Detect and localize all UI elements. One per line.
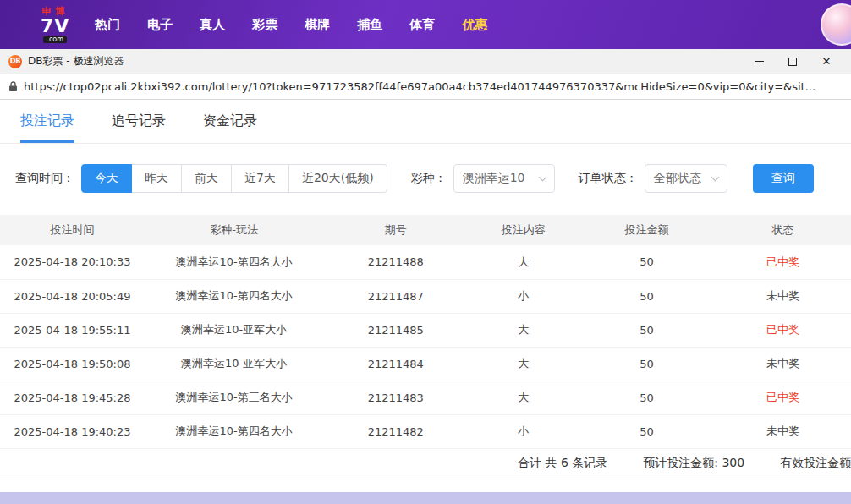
- cell-game: 澳洲幸运10-第四名大小: [145, 279, 323, 313]
- nav-item[interactable]: 彩票: [252, 17, 277, 33]
- column-header: 彩种-玩法: [145, 215, 323, 245]
- cell-time: 2025-04-18 19:55:11: [0, 313, 145, 347]
- table-row: 2025-04-18 19:45:28澳洲幸运10-第三名大小21211483大…: [0, 381, 851, 414]
- maximize-button[interactable]: [782, 52, 804, 71]
- cell-time: 2025-04-18 19:50:08: [0, 347, 145, 381]
- nav-item[interactable]: 电子: [147, 17, 173, 33]
- cell-game: 澳洲幸运10-亚军大小: [145, 313, 323, 347]
- main-nav: 热门电子真人彩票棋牌捕鱼体育优惠: [95, 17, 487, 33]
- main-content: 投注记录追号记录资金记录 查询时间： 今天昨天前天近7天近20天(低频) 彩种：…: [0, 100, 851, 492]
- app-icon: DB: [8, 55, 22, 68]
- nav-item[interactable]: 捕鱼: [357, 17, 382, 33]
- content-spacer: [0, 479, 851, 493]
- table-body: 2025-04-18 20:10:33澳洲幸运10-第四名大小21211488大…: [0, 245, 851, 448]
- tab[interactable]: 投注记录: [20, 100, 74, 143]
- lottery-select[interactable]: 澳洲幸运10: [453, 164, 555, 193]
- nav-item[interactable]: 体育: [409, 17, 435, 33]
- table-row: 2025-04-18 19:55:11澳洲幸运10-亚军大小21211485大5…: [0, 313, 851, 347]
- cell-game: 澳洲幸运10-亚军大小: [145, 347, 323, 381]
- time-filter-button[interactable]: 近7天: [231, 164, 289, 193]
- browser-titlebar: DB DB彩票 - 极速浏览器 ✕: [0, 49, 851, 74]
- window-controls: ✕: [748, 52, 843, 71]
- cell-status: 已中奖: [715, 313, 851, 347]
- column-header: 投注时间: [0, 215, 145, 245]
- logo-com-text: .com: [43, 36, 67, 43]
- summary-expected: 预计投注金额: 300: [643, 456, 744, 471]
- maximize-icon: [788, 58, 797, 66]
- cell-game: 澳洲幸运10-第四名大小: [145, 414, 323, 448]
- table-header-row: 投注时间彩种-玩法期号投注内容投注金额状态: [0, 215, 851, 245]
- chevron-down-icon: [538, 173, 546, 181]
- cell-amount: 50: [579, 347, 715, 381]
- cell-issue: 21211488: [323, 245, 468, 279]
- time-filter-label: 查询时间：: [15, 171, 74, 186]
- cell-amount: 50: [579, 414, 715, 448]
- cell-time: 2025-04-18 19:40:23: [0, 414, 145, 448]
- cell-amount: 50: [579, 381, 715, 414]
- cell-status: 已中奖: [715, 381, 851, 414]
- site-logo[interactable]: 申博 7V .com: [41, 7, 69, 43]
- cell-issue: 21211484: [323, 347, 468, 381]
- minimize-button[interactable]: [748, 52, 770, 71]
- column-header: 状态: [715, 215, 851, 245]
- status-select[interactable]: 全部状态: [645, 164, 727, 193]
- cell-amount: 50: [579, 313, 715, 347]
- cell-amount: 50: [579, 279, 715, 313]
- url-text[interactable]: https://ctop02pcali.2kbxi392.com/lottery…: [24, 80, 815, 93]
- cell-content: 小: [468, 279, 579, 313]
- cell-issue: 21211483: [323, 381, 468, 414]
- status-filter-label: 订单状态：: [579, 171, 638, 186]
- user-avatar[interactable]: [821, 3, 851, 46]
- table-row: 2025-04-18 19:50:08澳洲幸运10-亚军大小21211484大5…: [0, 347, 851, 381]
- nav-item[interactable]: 真人: [200, 17, 225, 33]
- status-select-value: 全部状态: [654, 171, 701, 186]
- lottery-select-value: 澳洲幸运10: [463, 171, 525, 186]
- tab-bar: 投注记录追号记录资金记录: [0, 100, 851, 144]
- summary-valid: 有效投注金额: [780, 456, 851, 471]
- cell-content: 大: [468, 245, 579, 279]
- cell-time: 2025-04-18 20:05:49: [0, 279, 145, 313]
- cell-status: 未中奖: [715, 279, 851, 313]
- cell-time: 2025-04-18 20:10:33: [0, 245, 145, 279]
- table-row: 2025-04-18 19:40:23澳洲幸运10-第四名大小21211482小…: [0, 414, 851, 448]
- minimize-icon: [755, 61, 764, 62]
- table-row: 2025-04-18 20:05:49澳洲幸运10-第四名大小21211487小…: [0, 279, 851, 313]
- column-header: 期号: [323, 215, 468, 245]
- column-header: 投注内容: [468, 215, 579, 245]
- cell-content: 大: [468, 313, 579, 347]
- cell-status: 未中奖: [715, 347, 851, 381]
- cell-content: 小: [468, 414, 579, 448]
- logo-cn-text: 申博: [41, 7, 69, 16]
- time-filter-button[interactable]: 昨天: [131, 164, 182, 193]
- cell-issue: 21211482: [323, 414, 468, 448]
- cell-status: 未中奖: [715, 414, 851, 448]
- url-bar[interactable]: https://ctop02pcali.2kbxi392.com/lottery…: [0, 74, 851, 100]
- cell-amount: 50: [579, 245, 715, 279]
- nav-item[interactable]: 优惠: [462, 17, 487, 33]
- tab[interactable]: 追号记录: [112, 100, 166, 143]
- cell-time: 2025-04-18 19:45:28: [0, 381, 145, 414]
- cell-issue: 21211485: [323, 313, 468, 347]
- nav-item[interactable]: 热门: [95, 17, 120, 33]
- cell-game: 澳洲幸运10-第三名大小: [145, 381, 323, 414]
- search-button[interactable]: 查询: [753, 164, 814, 193]
- records-table: 投注时间彩种-玩法期号投注内容投注金额状态 2025-04-18 20:10:3…: [0, 215, 851, 449]
- cell-game: 澳洲幸运10-第四名大小: [145, 245, 323, 279]
- column-header: 投注金额: [579, 215, 715, 245]
- summary-total: 合计 共 6 条记录: [518, 456, 607, 471]
- time-filter-button[interactable]: 近20天(低频): [288, 164, 387, 193]
- window-title: DB彩票 - 极速浏览器: [28, 54, 124, 68]
- time-filter-button[interactable]: 前天: [181, 164, 232, 193]
- nav-item[interactable]: 棋牌: [305, 17, 330, 33]
- lock-icon: [8, 81, 18, 92]
- chevron-down-icon: [711, 173, 719, 181]
- screen: 申博 7V .com 热门电子真人彩票棋牌捕鱼体育优惠 DB DB彩票 - 极速…: [0, 0, 851, 504]
- time-filter-button[interactable]: 今天: [81, 164, 132, 193]
- site-header: 申博 7V .com 热门电子真人彩票棋牌捕鱼体育优惠: [0, 0, 851, 49]
- table-row: 2025-04-18 20:10:33澳洲幸运10-第四名大小21211488大…: [0, 245, 851, 279]
- time-filter-group: 今天昨天前天近7天近20天(低频): [81, 164, 387, 193]
- tab[interactable]: 资金记录: [203, 100, 257, 143]
- summary-bar: 合计 共 6 条记录 预计投注金额: 300 有效投注金额: [0, 449, 851, 479]
- close-button[interactable]: ✕: [815, 52, 837, 71]
- cell-content: 大: [468, 381, 579, 414]
